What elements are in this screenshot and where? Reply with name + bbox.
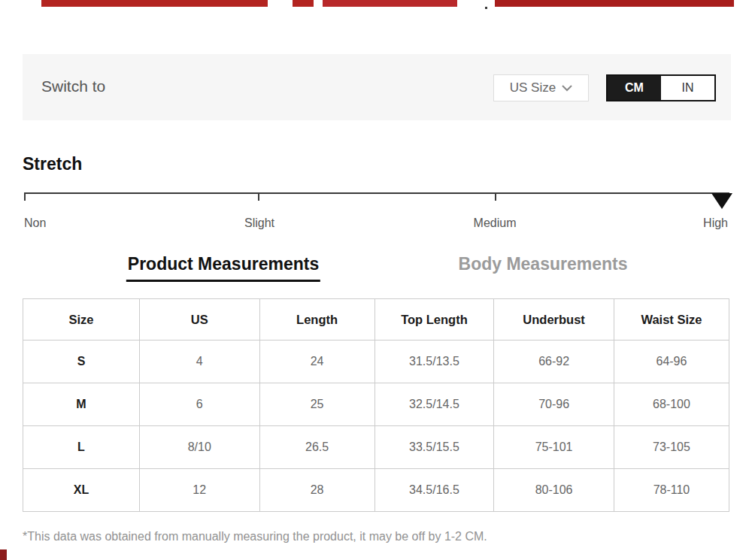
cell-top-length: 31.5/13.5 xyxy=(374,341,494,383)
table-row: XL 12 28 34.5/16.5 80-106 78-110 xyxy=(23,469,729,512)
cell-waist-size: 78-110 xyxy=(614,469,729,512)
size-system-dropdown[interactable]: US Size xyxy=(493,74,589,101)
cell-us: 8/10 xyxy=(139,426,259,469)
chevron-down-icon xyxy=(562,85,572,92)
measurement-disclaimer: *This data was obtained from manually me… xyxy=(23,530,487,543)
measurements-table: Size US Length Top Length Underbust Wais… xyxy=(23,298,729,512)
table-row: S 4 24 31.5/13.5 66-92 64-96 xyxy=(23,341,729,383)
product-thumbnail-image xyxy=(293,0,314,7)
stretch-level-medium: Medium xyxy=(474,216,517,230)
header-us: US xyxy=(139,299,259,341)
stretch-level-slight: Slight xyxy=(244,216,274,230)
cell-underbust: 80-106 xyxy=(494,469,614,512)
scale-tick-slight xyxy=(258,194,259,201)
scale-tick-medium xyxy=(495,194,496,201)
stretch-level-high: High xyxy=(703,216,728,230)
triangle-down-icon xyxy=(711,193,732,209)
cell-underbust: 70-96 xyxy=(494,383,614,426)
cell-waist-size: 73-105 xyxy=(614,426,729,469)
table-row: L 8/10 26.5 33.5/15.5 75-101 73-105 xyxy=(23,426,729,469)
unit-toggle: CM IN xyxy=(606,74,716,101)
cell-underbust: 75-101 xyxy=(494,426,614,469)
cell-length: 28 xyxy=(259,469,374,512)
product-thumbnail-image xyxy=(323,0,457,7)
cell-length: 24 xyxy=(259,341,374,383)
cell-length: 25 xyxy=(259,383,374,426)
unit-in-button[interactable]: IN xyxy=(661,76,714,100)
header-top-length: Top Length xyxy=(374,299,494,341)
header-size: Size xyxy=(23,299,140,341)
header-length: Length xyxy=(259,299,374,341)
cell-top-length: 33.5/15.5 xyxy=(374,426,494,469)
cell-top-length: 32.5/14.5 xyxy=(374,383,494,426)
cell-size: XL xyxy=(23,469,140,512)
cell-us: 12 xyxy=(139,469,259,512)
table-header-row: Size US Length Top Length Underbust Wais… xyxy=(23,299,729,341)
product-measurements-heading: Product Measurements xyxy=(126,254,320,282)
switch-to-label: Switch to xyxy=(41,77,105,95)
cell-length: 26.5 xyxy=(259,426,374,469)
header-waist-size: Waist Size xyxy=(614,299,729,341)
unit-cm-button[interactable]: CM xyxy=(608,76,661,100)
cell-waist-size: 64-96 xyxy=(614,341,729,383)
table-row: M 6 25 32.5/14.5 70-96 68-100 xyxy=(23,383,729,426)
corner-image-fragment xyxy=(0,549,7,560)
cell-us: 4 xyxy=(139,341,259,383)
cell-waist-size: 68-100 xyxy=(614,383,729,426)
size-dropdown-value: US Size xyxy=(510,80,556,95)
scale-tick-non xyxy=(24,194,26,201)
cell-size: M xyxy=(23,383,140,426)
cell-underbust: 66-92 xyxy=(494,341,614,383)
product-thumbnail-image xyxy=(41,0,268,7)
cell-top-length: 34.5/16.5 xyxy=(374,469,494,512)
cell-size: L xyxy=(23,426,140,469)
size-guide-page: Switch to US Size CM IN Stretch Non Slig… xyxy=(0,0,752,560)
product-thumbnail-image xyxy=(495,0,734,7)
stretch-level-non: Non xyxy=(24,216,46,230)
header-underbust: Underbust xyxy=(494,299,614,341)
body-measurements-heading: Body Measurements xyxy=(459,254,628,274)
stretch-scale-line xyxy=(24,192,729,194)
switch-to-panel: Switch to US Size CM IN xyxy=(23,54,731,120)
cell-size: S xyxy=(23,341,140,383)
stretch-title: Stretch xyxy=(23,154,82,174)
cell-us: 6 xyxy=(139,383,259,426)
cursor-dot xyxy=(485,7,487,9)
